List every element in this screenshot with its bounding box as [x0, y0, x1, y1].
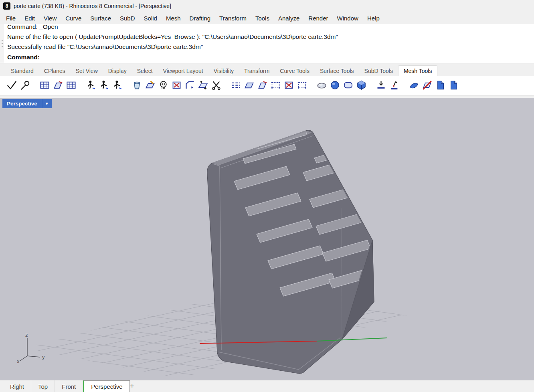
toolbar-icon [66, 80, 77, 92]
toolbar-icon [112, 80, 123, 92]
menu-bar: FileEditViewCurveSurfaceSubDSolidMeshDra… [0, 12, 534, 24]
toolbar-icon [330, 80, 340, 92]
menu-item-file[interactable]: File [2, 13, 20, 23]
mesh-box-icon[interactable] [355, 79, 367, 93]
check-icon[interactable] [6, 79, 18, 93]
command-history-line: Command: _Open [7, 24, 534, 32]
viewport-tab-perspective[interactable]: Perspective [83, 380, 129, 392]
menu-item-help[interactable]: Help [363, 13, 384, 23]
mesh-tools-toolbar [0, 76, 534, 96]
smooth-mesh-icon[interactable] [316, 79, 328, 93]
add-viewport-tab-button[interactable]: + [125, 380, 139, 392]
toolbar-tab-cplanes[interactable]: CPlanes [39, 66, 71, 76]
command-panel: Command: _OpenName of the file to open (… [4, 24, 534, 63]
command-input[interactable]: Command: [4, 52, 534, 63]
toolbar-icon [171, 80, 182, 92]
menu-item-drafting[interactable]: Drafting [185, 13, 215, 23]
command-history-line: Name of the file to open ( UpdatePromptU… [7, 32, 534, 42]
toolbar-icon [343, 80, 354, 92]
toolbar-tab-set-view[interactable]: Set View [71, 66, 103, 76]
menu-item-window[interactable]: Window [333, 13, 363, 23]
toolbar-icon [356, 80, 367, 92]
extract-connected-faces-icon[interactable] [283, 79, 295, 93]
viewport-tab-right[interactable]: Right [3, 380, 31, 392]
toolbar-icon [389, 80, 400, 92]
align-mesh-vertices-icon[interactable] [197, 79, 209, 93]
quadremesh-target-icon[interactable] [98, 79, 110, 93]
toolbar-tabs: StandardCPlanesSet ViewDisplaySelectView… [0, 65, 534, 76]
swap-mesh-edge-icon[interactable] [408, 79, 420, 93]
mesh-to-nurbs-icon[interactable] [434, 79, 446, 93]
toolbar-tab-display[interactable]: Display [103, 66, 132, 76]
title-bar: 8 porte carte (738 KB) - Rhinoceros 8 Co… [0, 0, 534, 12]
toolbar-icon [198, 80, 208, 92]
card-holder-model[interactable] [207, 130, 377, 374]
mesh-repair-wizard-icon[interactable] [421, 79, 433, 93]
weld-mesh-icon[interactable] [447, 79, 459, 93]
shrinkwrap-icon[interactable] [111, 79, 123, 93]
mesh-plane-icon[interactable] [65, 79, 77, 93]
toolbar-tab-subd-tools[interactable]: SubD Tools [359, 66, 398, 76]
toolbar-icon [145, 80, 156, 92]
purge-mesh-icon[interactable] [131, 79, 143, 93]
viewport-title[interactable]: Perspective [2, 99, 42, 108]
fill-mesh-hole-icon[interactable] [184, 79, 196, 93]
toolbar-tab-standard[interactable]: Standard [6, 66, 39, 76]
toolbar-tab-mesh-tools[interactable]: Mesh Tools [398, 65, 438, 76]
viewport-canvas[interactable]: z x y [0, 98, 534, 380]
toolbar-icon [257, 80, 268, 92]
viewport-tab-top[interactable]: Top [31, 380, 55, 392]
mesh-from-closed-polyline-icon[interactable] [52, 79, 64, 93]
command-history-line: Successfully read file "C:\Users\annao\D… [7, 42, 534, 52]
extract-mesh-part-icon[interactable] [269, 79, 281, 93]
menu-item-view[interactable]: View [39, 13, 61, 23]
menu-item-analyze[interactable]: Analyze [274, 13, 304, 23]
viewport-tab-bar: RightTopFrontPerspective [0, 380, 534, 392]
menu-item-subd[interactable]: SubD [115, 13, 140, 23]
settings-wrench-icon[interactable] [19, 79, 31, 93]
toolbar-tab-curve-tools[interactable]: Curve Tools [275, 66, 315, 76]
menu-item-surface[interactable]: Surface [86, 13, 115, 23]
menu-item-transform[interactable]: Transform [215, 13, 251, 23]
toolbar-icon [211, 80, 222, 92]
toolbar-icon [422, 80, 433, 92]
menu-item-curve[interactable]: Curve [61, 13, 86, 23]
axis-gnomon: z x y [17, 332, 45, 364]
toolbar-tab-surface-tools[interactable]: Surface Tools [315, 66, 359, 76]
toolbar-tab-transform[interactable]: Transform [239, 66, 275, 76]
mesh-sphere-icon[interactable] [329, 79, 341, 93]
menu-item-edit[interactable]: Edit [20, 13, 39, 23]
menu-item-tools[interactable]: Tools [251, 13, 274, 23]
toolbar-icon [270, 80, 281, 92]
menu-item-solid[interactable]: Solid [140, 13, 162, 23]
menu-item-render[interactable]: Render [304, 13, 332, 23]
toolbar-icon [158, 80, 169, 92]
viewport-title-chip[interactable]: Perspective ▼ [2, 99, 52, 108]
extract-duplicate-faces-icon[interactable] [296, 79, 308, 93]
toolbar-icon [53, 80, 63, 92]
toolbar-icon [184, 80, 195, 92]
toolbar-tab-viewport-layout[interactable]: Viewport Layout [158, 66, 208, 76]
single-mesh-face-icon[interactable] [144, 79, 156, 93]
collapse-mesh-vertex-icon[interactable] [388, 79, 400, 93]
menu-item-mesh[interactable]: Mesh [162, 13, 185, 23]
mesh-trim-icon[interactable] [210, 79, 222, 93]
viewport-menu-arrow-icon[interactable]: ▼ [42, 99, 52, 108]
mesh-split-icon[interactable] [243, 79, 255, 93]
quadremesh-icon[interactable] [85, 79, 97, 93]
viewport-tab-front[interactable]: Front [55, 380, 83, 392]
mesh-face-direction-icon[interactable] [256, 79, 268, 93]
mesh-contour-icon[interactable] [230, 79, 242, 93]
toolbar-tab-visibility[interactable]: Visibility [208, 66, 239, 76]
toolbar-tab-select[interactable]: Select [132, 66, 158, 76]
toolbar-icon [39, 80, 50, 92]
check-mesh-icon[interactable] [157, 79, 169, 93]
delete-mesh-faces-icon[interactable] [170, 79, 182, 93]
toolbar-icon [6, 80, 17, 92]
command-panel-grip[interactable] [0, 24, 4, 63]
window-title: porte carte (738 KB) - Rhinoceros 8 Comm… [14, 3, 171, 9]
mesh-from-surface-icon[interactable] [38, 79, 51, 93]
collapse-mesh-edge-icon[interactable] [375, 79, 387, 93]
mesh-rounded-box-icon[interactable] [342, 79, 354, 93]
perspective-viewport[interactable]: z x y Perspective ▼ [0, 98, 534, 380]
